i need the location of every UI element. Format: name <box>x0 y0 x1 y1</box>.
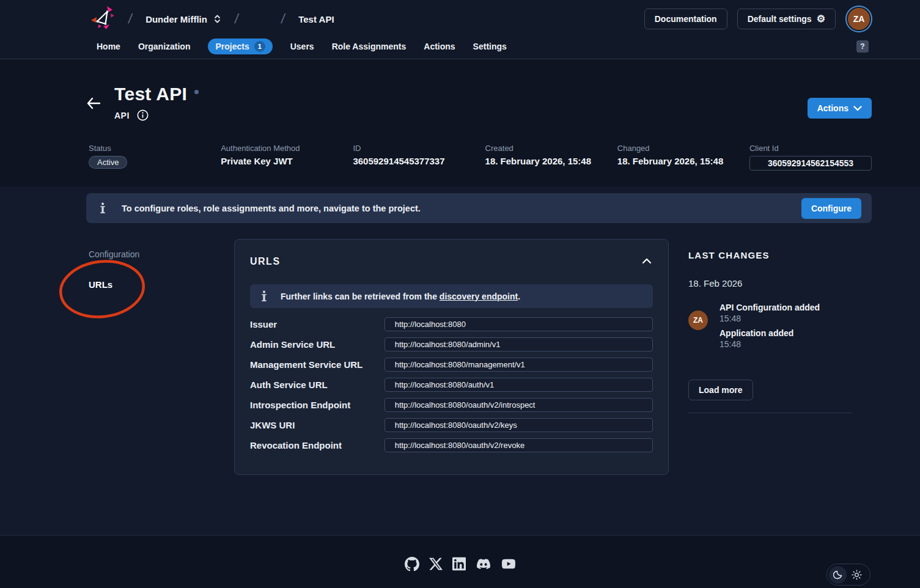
nav-tab-projects[interactable]: Projects 1 <box>208 39 272 54</box>
auth-method-value: Private Key JWT <box>221 156 344 166</box>
discovery-info-banner: Further links can be retrieved from the … <box>250 284 653 308</box>
introspection-endpoint-input[interactable] <box>385 398 653 412</box>
configure-button-label: Configure <box>811 204 852 213</box>
sidebar-item-urls[interactable]: URLs <box>89 279 234 290</box>
footer <box>0 535 920 588</box>
form-row-admin-service-url: Admin Service URL <box>250 337 653 351</box>
content-area: To configure roles, role assignments and… <box>0 193 920 542</box>
auth-service-url-label: Auth Service URL <box>250 380 385 390</box>
actions-button-label: Actions <box>817 103 848 113</box>
page-title: Test API <box>114 84 187 105</box>
change-entry-time: 15:48 <box>719 314 820 323</box>
urls-card: URLS Further links can be retrieved from… <box>234 239 669 475</box>
load-more-label: Load more <box>699 385 743 395</box>
project-info-banner: To configure roles, role assignments and… <box>86 193 872 223</box>
load-more-button[interactable]: Load more <box>688 380 753 400</box>
linkedin-icon[interactable] <box>452 557 466 571</box>
discovery-endpoint-link[interactable]: discovery endpoint <box>440 292 518 301</box>
revocation-endpoint-input[interactable] <box>385 438 653 452</box>
auth-method-label: Authentication Method <box>221 144 344 153</box>
breadcrumb: / Dunder Mifflin / / Test API <box>90 6 334 32</box>
back-button[interactable] <box>86 97 101 111</box>
created-label: Created <box>485 144 609 153</box>
chevron-down-icon <box>853 106 862 111</box>
meta-changed: Changed 18. February 2026, 15:48 <box>617 144 741 171</box>
management-service-url-input[interactable] <box>385 358 653 372</box>
discovery-text-suffix: . <box>518 292 520 301</box>
breadcrumb-separator: / <box>122 11 138 27</box>
changed-label: Changed <box>617 144 741 153</box>
issuer-input[interactable] <box>385 317 653 331</box>
projects-count-badge: 1 <box>254 41 265 52</box>
user-avatar[interactable]: ZA <box>848 8 870 30</box>
state-dot-icon <box>194 90 199 94</box>
changes-date: 18. Feb 2026 <box>688 278 852 288</box>
change-entry: API Configuration added 15:48 <box>719 303 820 323</box>
meta-created: Created 18. February 2026, 15:48 <box>485 144 609 171</box>
nav-tab-organization[interactable]: Organization <box>138 42 191 51</box>
discovery-banner-text: Further links can be retrieved from the … <box>281 292 520 301</box>
actions-button[interactable]: Actions <box>808 98 872 119</box>
x-twitter-icon[interactable] <box>429 557 443 571</box>
nav-tab-role-assignments[interactable]: Role Assignments <box>332 42 407 51</box>
section-sidebar: Configuration URLs <box>86 239 234 475</box>
auth-service-url-input[interactable] <box>385 378 653 392</box>
change-entry-title: Application added <box>719 328 820 338</box>
management-service-url-label: Management Service URL <box>250 359 385 370</box>
discord-icon[interactable] <box>476 557 491 571</box>
id-value: 360592914545377337 <box>353 156 476 166</box>
meta-id: ID 360592914545377337 <box>353 144 476 171</box>
documentation-button[interactable]: Documentation <box>644 9 727 29</box>
nav-tab-home[interactable]: Home <box>97 42 120 51</box>
updown-chevron-icon <box>213 14 221 24</box>
urls-form: Issuer Admin Service URL Management Serv… <box>250 317 653 452</box>
zitadel-logo-icon[interactable] <box>90 6 115 32</box>
jkws-uri-label: JKWS URI <box>250 420 385 430</box>
project-banner-text: To configure roles, role assignments and… <box>122 204 421 213</box>
change-entry-time: 15:48 <box>719 339 820 349</box>
documentation-button-label: Documentation <box>655 14 717 24</box>
default-settings-label: Default settings <box>748 14 812 24</box>
jkws-uri-input[interactable] <box>385 418 653 432</box>
chevron-up-icon <box>642 258 652 264</box>
configure-button[interactable]: Configure <box>801 198 861 219</box>
status-badge: Active <box>89 156 127 169</box>
change-entry-title: API Configuration added <box>719 303 820 312</box>
app-meta: Status Active Authentication Method Priv… <box>89 144 872 171</box>
default-settings-button[interactable]: Default settings ⚙ <box>737 9 836 29</box>
issuer-label: Issuer <box>250 319 385 329</box>
client-id-value[interactable]: 360592914562154553 <box>749 156 872 171</box>
revocation-endpoint-label: Revocation Endpoint <box>250 440 385 450</box>
info-column-icon <box>100 202 106 215</box>
info-icon[interactable] <box>137 109 149 121</box>
nav-tab-users[interactable]: Users <box>290 42 314 51</box>
form-row-introspection-endpoint: Introspection Endpoint <box>250 398 653 411</box>
meta-client-id: Client Id 360592914562154553 <box>749 144 872 171</box>
breadcrumb-separator: / <box>275 11 291 27</box>
collapse-card-button[interactable] <box>641 255 653 267</box>
main-nav: Home Organization Projects 1 Users Role … <box>0 38 920 59</box>
discovery-text-prefix: Further links can be retrieved from the <box>281 292 440 301</box>
back-arrow-icon <box>86 97 101 109</box>
form-row-revocation-endpoint: Revocation Endpoint <box>250 438 653 452</box>
light-mode-button[interactable] <box>848 566 866 584</box>
app-type-label: API <box>114 111 130 120</box>
org-switcher[interactable]: Dunder Mifflin <box>145 14 221 24</box>
info-column-icon <box>261 290 267 303</box>
changed-value: 18. February 2026, 15:48 <box>617 156 741 166</box>
form-row-auth-service-url: Auth Service URL <box>250 378 653 391</box>
introspection-endpoint-label: Introspection Endpoint <box>250 400 385 410</box>
last-changes-panel: LAST CHANGES 18. Feb 2026 ZA API Configu… <box>688 239 852 475</box>
youtube-icon[interactable] <box>501 557 516 571</box>
org-name: Dunder Mifflin <box>145 14 207 24</box>
admin-service-url-label: Admin Service URL <box>250 339 385 350</box>
gear-icon: ⚙ <box>817 14 825 24</box>
page-header: Test API API Actions Status Active Authe <box>0 59 920 186</box>
github-icon[interactable] <box>405 557 419 571</box>
help-button[interactable]: ? <box>856 40 869 53</box>
nav-tab-actions[interactable]: Actions <box>424 42 455 51</box>
dark-mode-button[interactable] <box>829 566 847 584</box>
admin-service-url-input[interactable] <box>385 337 653 351</box>
red-circle-annotation <box>56 250 149 329</box>
nav-tab-settings[interactable]: Settings <box>473 42 507 51</box>
